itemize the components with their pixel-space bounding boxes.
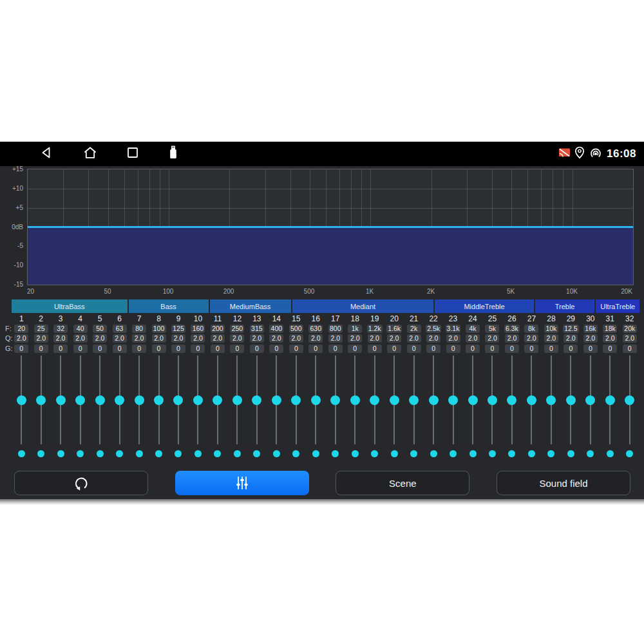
- q-value-ch30[interactable]: 2.0: [583, 334, 598, 343]
- slider-knob[interactable]: [507, 395, 516, 405]
- q-value-ch25[interactable]: 2.0: [485, 334, 499, 343]
- gain-value-ch10[interactable]: 0: [191, 345, 205, 353]
- gain-value-ch22[interactable]: 0: [426, 345, 440, 353]
- q-value-ch15[interactable]: 2.0: [289, 334, 303, 343]
- band-segment-ultratreble[interactable]: UltraTreble: [596, 299, 639, 313]
- frequency-value-ch15[interactable]: 500: [289, 325, 303, 333]
- gain-value-ch16[interactable]: 0: [308, 345, 323, 353]
- frequency-value-ch13[interactable]: 315: [250, 325, 264, 333]
- gain-value-ch3[interactable]: 0: [53, 345, 68, 353]
- frequency-value-ch21[interactable]: 2k: [407, 325, 421, 333]
- gain-value-ch7[interactable]: 0: [132, 345, 146, 353]
- q-value-ch29[interactable]: 2.0: [564, 334, 578, 343]
- gain-slider-ch15[interactable]: [287, 355, 306, 444]
- scene-button[interactable]: Scene: [336, 471, 469, 495]
- gain-value-ch20[interactable]: 0: [387, 345, 401, 353]
- slider-knob[interactable]: [448, 395, 458, 405]
- band-segment-treble[interactable]: Treble: [535, 299, 595, 313]
- gain-slider-ch2[interactable]: [31, 355, 50, 444]
- reset-button[interactable]: [14, 471, 148, 495]
- gain-value-ch9[interactable]: 0: [171, 345, 185, 353]
- gain-slider-ch10[interactable]: [188, 355, 207, 444]
- frequency-value-ch29[interactable]: 12.5: [563, 325, 578, 333]
- gain-slider-ch16[interactable]: [306, 355, 325, 444]
- gain-slider-ch28[interactable]: [542, 355, 561, 444]
- gain-value-ch1[interactable]: 0: [14, 345, 28, 353]
- slider-knob[interactable]: [95, 395, 105, 405]
- gain-slider-ch1[interactable]: [12, 355, 31, 444]
- gain-slider-ch23[interactable]: [443, 355, 462, 444]
- q-value-ch9[interactable]: 2.0: [171, 334, 185, 343]
- q-value-ch19[interactable]: 2.0: [368, 334, 382, 343]
- frequency-value-ch25[interactable]: 5k: [485, 325, 499, 333]
- gain-slider-ch7[interactable]: [129, 355, 149, 444]
- sound-field-button[interactable]: Sound field: [497, 471, 630, 495]
- gain-value-ch15[interactable]: 0: [289, 345, 303, 353]
- gain-value-ch13[interactable]: 0: [250, 345, 264, 353]
- frequency-value-ch27[interactable]: 8k: [524, 325, 538, 333]
- frequency-value-ch26[interactable]: 6.3k: [504, 325, 520, 333]
- slider-knob[interactable]: [36, 395, 46, 405]
- frequency-value-ch10[interactable]: 160: [191, 325, 205, 333]
- q-value-ch10[interactable]: 2.0: [191, 334, 205, 343]
- gain-slider-ch12[interactable]: [227, 355, 247, 444]
- recents-button[interactable]: [124, 146, 141, 162]
- slider-knob[interactable]: [135, 395, 144, 405]
- q-value-ch16[interactable]: 2.0: [308, 334, 323, 343]
- frequency-value-ch3[interactable]: 32: [53, 325, 68, 333]
- gain-slider-ch25[interactable]: [482, 355, 502, 444]
- gain-slider-ch22[interactable]: [424, 355, 443, 444]
- band-segment-middletreble[interactable]: MiddleTreble: [435, 299, 533, 313]
- q-value-ch4[interactable]: 2.0: [73, 334, 88, 343]
- home-button[interactable]: [82, 146, 99, 162]
- slider-knob[interactable]: [252, 395, 261, 405]
- frequency-value-ch17[interactable]: 800: [328, 325, 343, 333]
- gain-slider-ch11[interactable]: [208, 355, 227, 444]
- q-value-ch1[interactable]: 2.0: [14, 334, 28, 343]
- gain-slider-ch5[interactable]: [90, 355, 109, 444]
- frequency-value-ch23[interactable]: 3.1k: [446, 325, 461, 333]
- slider-knob[interactable]: [213, 395, 222, 405]
- slider-knob[interactable]: [605, 395, 615, 405]
- frequency-value-ch22[interactable]: 2.5k: [426, 325, 441, 333]
- q-value-ch31[interactable]: 2.0: [603, 334, 617, 343]
- gain-value-ch17[interactable]: 0: [328, 345, 343, 353]
- q-value-ch24[interactable]: 2.0: [466, 334, 480, 343]
- gain-value-ch19[interactable]: 0: [368, 345, 382, 353]
- frequency-value-ch7[interactable]: 80: [132, 325, 146, 333]
- q-value-ch13[interactable]: 2.0: [250, 334, 264, 343]
- q-value-ch11[interactable]: 2.0: [211, 334, 225, 343]
- slider-knob[interactable]: [370, 395, 379, 405]
- frequency-value-ch11[interactable]: 200: [211, 325, 225, 333]
- slider-knob[interactable]: [390, 395, 399, 405]
- frequency-value-ch1[interactable]: 20: [14, 325, 28, 333]
- q-value-ch21[interactable]: 2.0: [407, 334, 421, 343]
- frequency-value-ch9[interactable]: 125: [171, 325, 185, 333]
- q-value-ch27[interactable]: 2.0: [524, 334, 538, 343]
- slider-knob[interactable]: [232, 395, 242, 405]
- slider-knob[interactable]: [17, 395, 26, 405]
- frequency-value-ch32[interactable]: 20k: [623, 325, 637, 333]
- slider-knob[interactable]: [429, 395, 439, 405]
- slider-knob[interactable]: [75, 395, 85, 405]
- gain-value-ch8[interactable]: 0: [152, 345, 166, 353]
- gain-slider-ch30[interactable]: [581, 355, 600, 444]
- slider-knob[interactable]: [311, 395, 321, 405]
- frequency-value-ch30[interactable]: 16k: [583, 325, 598, 333]
- gain-slider-ch19[interactable]: [365, 355, 384, 444]
- slider-knob[interactable]: [173, 395, 183, 405]
- frequency-value-ch4[interactable]: 40: [73, 325, 88, 333]
- gain-value-ch4[interactable]: 0: [73, 345, 88, 353]
- gain-slider-ch26[interactable]: [502, 355, 522, 444]
- gain-slider-ch6[interactable]: [109, 355, 129, 444]
- frequency-value-ch24[interactable]: 4k: [466, 325, 480, 333]
- gain-value-ch11[interactable]: 0: [211, 345, 225, 353]
- slider-knob[interactable]: [56, 395, 66, 405]
- slider-knob[interactable]: [566, 395, 576, 405]
- frequency-value-ch19[interactable]: 1.2k: [367, 325, 383, 333]
- equalizer-button[interactable]: [175, 471, 309, 495]
- frequency-value-ch6[interactable]: 63: [113, 325, 127, 333]
- q-value-ch6[interactable]: 2.0: [113, 334, 127, 343]
- q-value-ch20[interactable]: 2.0: [387, 334, 401, 343]
- frequency-value-ch8[interactable]: 100: [152, 325, 166, 333]
